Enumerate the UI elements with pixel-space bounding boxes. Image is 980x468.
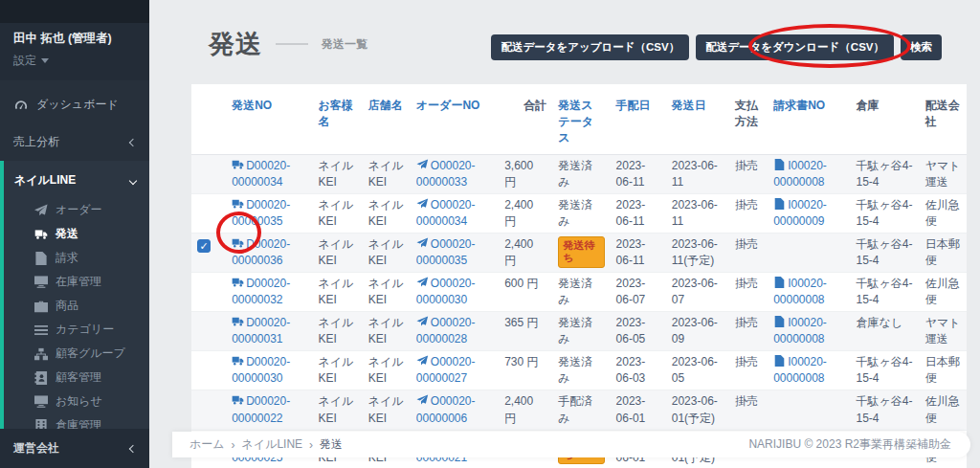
cell-ship_no: D00020-00000031 bbox=[226, 312, 312, 351]
truck-icon bbox=[33, 227, 48, 241]
caret-down-icon bbox=[41, 58, 49, 63]
order-no-link[interactable]: O00020-00000030 bbox=[416, 277, 476, 306]
cell-customer: ネイルKEI bbox=[312, 312, 362, 351]
sidebar-item-categories[interactable]: カテゴリー bbox=[4, 318, 149, 342]
ship-no-link[interactable]: D00020-00000036 bbox=[232, 237, 290, 267]
cell-status: 手配済み bbox=[552, 390, 610, 430]
file-icon bbox=[773, 315, 786, 325]
cell-warehouse: 千駄ヶ谷4-15-4 bbox=[850, 234, 919, 273]
ship-no-link[interactable]: D00020-00000022 bbox=[232, 394, 290, 424]
chevron-left-icon bbox=[129, 444, 137, 452]
cell-payment: 掛売 bbox=[729, 234, 768, 273]
settings-dropdown[interactable]: 設定 bbox=[13, 53, 136, 69]
invoice-no-link[interactable]: I00020-00000008 bbox=[773, 159, 827, 189]
cell-status: 発送済み bbox=[552, 155, 610, 194]
column-header-payment: 支払方法 bbox=[729, 84, 768, 155]
ship-no-link[interactable]: D00020-00000030 bbox=[232, 355, 290, 385]
toolbar-actions: 配送データをアップロード（CSV） 配送データをダウンロード（CSV） 検索 bbox=[491, 34, 942, 60]
cell-shop: ネイルKEI bbox=[363, 312, 411, 351]
cell-checkbox bbox=[191, 390, 226, 430]
sidebar-item-operating-company[interactable]: 運営会社 bbox=[0, 429, 149, 468]
sidebar-item-label: 運営会社 bbox=[13, 440, 59, 457]
cell-payment: 掛売 bbox=[729, 155, 768, 194]
cell-ship_date: 2023-06-05 bbox=[666, 351, 729, 390]
column-header-arrange_date[interactable]: 手配日 bbox=[611, 84, 666, 155]
sidebar-item-customers[interactable]: 顧客管理 bbox=[4, 366, 149, 390]
cell-shop: ネイルKEI bbox=[363, 155, 411, 194]
invoice-no-link[interactable]: I00020-00000008 bbox=[773, 277, 827, 306]
breadcrumb-item[interactable]: ホーム bbox=[189, 436, 225, 453]
paper-plane-icon bbox=[416, 315, 429, 325]
invoice-no-link[interactable]: I00020-00000008 bbox=[773, 355, 827, 385]
cell-arrange_date: 2023-06-11 bbox=[611, 234, 666, 273]
cell-order_no: O00020-00000030 bbox=[411, 273, 499, 312]
order-no-link[interactable]: O00020-00000034 bbox=[416, 198, 476, 228]
invoice-no-link[interactable]: I00020-00000009 bbox=[773, 198, 827, 228]
cell-ship_no: D00020-00000034 bbox=[226, 155, 312, 194]
order-no-link[interactable]: O00020-00000006 bbox=[416, 394, 476, 424]
page-header: 発送 発送一覧 bbox=[209, 27, 368, 61]
cell-arrange_date: 2023-06-07 bbox=[611, 273, 666, 312]
column-header-customer[interactable]: お客様名 bbox=[312, 84, 362, 155]
file-icon bbox=[773, 158, 786, 168]
cell-customer: ネイルKEI bbox=[312, 351, 362, 390]
upload-csv-button[interactable]: 配送データをアップロード（CSV） bbox=[491, 34, 689, 60]
truck-icon bbox=[232, 276, 244, 286]
ship-no-link[interactable]: D00020-00000031 bbox=[232, 316, 290, 345]
column-header-ship_date[interactable]: 発送日 bbox=[666, 84, 729, 155]
sidebar-item-customer-groups[interactable]: 顧客グループ bbox=[4, 342, 149, 366]
order-no-link[interactable]: O00020-00000033 bbox=[416, 159, 476, 189]
column-header-invoice_no[interactable]: 請求書NO bbox=[768, 84, 850, 155]
sidebar-item-products[interactable]: 商品 bbox=[4, 294, 149, 318]
table-row: D00020-00000022ネイルKEIネイルKEIO00020-000000… bbox=[191, 390, 967, 430]
ship-no-link[interactable]: D00020-00000034 bbox=[232, 159, 290, 189]
order-no-link[interactable]: O00020-00000035 bbox=[416, 237, 476, 267]
breadcrumb-item[interactable]: ネイルLINE bbox=[242, 436, 303, 453]
table-card: 発送NOお客様名店舗名オーダーNO合計発送ステータス手配日発送日支払方法請求書N… bbox=[191, 84, 967, 468]
cell-shop: ネイルKEI bbox=[363, 234, 411, 273]
order-no-link[interactable]: O00020-00000027 bbox=[416, 355, 476, 385]
sidebar-item-label: ダッシュボード bbox=[36, 97, 119, 113]
sidebar-group-toggle-nailline[interactable]: ネイルLINE bbox=[4, 161, 149, 198]
column-header-warehouse: 倉庫 bbox=[850, 84, 919, 155]
table-row: ✓D00020-00000036ネイルKEIネイルKEIO00020-00000… bbox=[191, 234, 967, 273]
status-text: 手配済み bbox=[558, 394, 592, 424]
truck-icon bbox=[232, 393, 244, 404]
cell-arrange_date: 2023-06-11 bbox=[611, 155, 666, 194]
ship-no-link[interactable]: D00020-00000035 bbox=[232, 198, 290, 228]
cell-order_no: O00020-00000034 bbox=[411, 194, 499, 234]
cell-total: 365 円 bbox=[499, 312, 552, 351]
cell-ship_no: D00020-00000030 bbox=[226, 351, 312, 390]
sidebar-item-stock[interactable]: 在庫管理 bbox=[4, 270, 149, 294]
search-button[interactable]: 検索 bbox=[901, 34, 942, 60]
cell-carrier: 佐川急便 bbox=[920, 194, 967, 234]
row-checkbox[interactable]: ✓ bbox=[197, 239, 211, 253]
table-header-row: 発送NOお客様名店舗名オーダーNO合計発送ステータス手配日発送日支払方法請求書N… bbox=[191, 84, 967, 155]
column-header-ship_no[interactable]: 発送NO bbox=[226, 84, 312, 155]
gauge-icon bbox=[13, 98, 28, 112]
sidebar-item-sales-analysis[interactable]: 売上分析 bbox=[0, 123, 149, 161]
sidebar-item-order[interactable]: オーダー bbox=[4, 198, 149, 222]
sidebar-item-news[interactable]: お知らせ bbox=[4, 390, 149, 413]
paper-plane-icon bbox=[416, 276, 429, 286]
status-text: 発送済み bbox=[558, 355, 592, 385]
sidebar-group-label: ネイルLINE bbox=[14, 172, 76, 189]
cell-invoice_no: I00020-00000008 bbox=[768, 312, 850, 351]
order-no-link[interactable]: O00020-00000028 bbox=[416, 316, 476, 345]
paper-plane-icon bbox=[416, 354, 429, 365]
ship-no-link[interactable]: D00020-00000032 bbox=[232, 277, 290, 306]
download-csv-button[interactable]: 配送データをダウンロード（CSV） bbox=[696, 34, 894, 60]
sidebar-user-block: 田中 拓也 (管理者) 設定 bbox=[0, 23, 149, 80]
column-header-order_no[interactable]: オーダーNO bbox=[411, 84, 499, 155]
column-header-checkbox bbox=[191, 84, 226, 155]
sidebar-item-dashboard[interactable]: ダッシュボード bbox=[0, 86, 149, 123]
cell-invoice_no: I00020-00000008 bbox=[768, 273, 850, 312]
invoice-no-link[interactable]: I00020-00000008 bbox=[773, 316, 827, 345]
sidebar-item-shipping[interactable]: 発送 bbox=[4, 222, 149, 246]
column-header-total: 合計 bbox=[499, 84, 552, 155]
column-header-shop[interactable]: 店舗名 bbox=[363, 84, 411, 155]
cell-arrange_date: 2023-06-11 bbox=[611, 194, 666, 234]
sidebar-item-invoice[interactable]: 請求 bbox=[4, 246, 149, 270]
column-header-status[interactable]: 発送ステータス bbox=[552, 84, 610, 155]
copyright-text: NARIJIBU © 2023 R2事業再構築補助金 bbox=[748, 436, 951, 453]
